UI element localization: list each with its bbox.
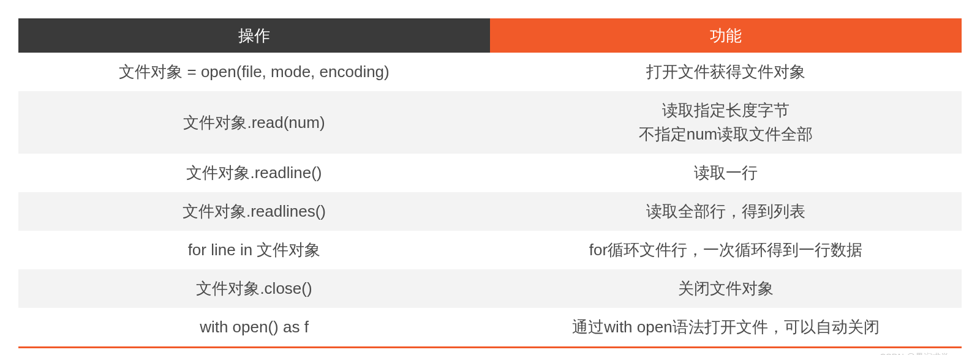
table-header-row: 操作 功能 xyxy=(18,18,962,53)
cell-operation: with open() as f xyxy=(18,308,490,348)
table-row: with open() as f 通过with open语法打开文件，可以自动关… xyxy=(18,308,962,348)
cell-function: 读取指定长度字节不指定num读取文件全部 xyxy=(490,91,962,154)
table-row: 文件对象.readline() 读取一行 xyxy=(18,154,962,192)
cell-operation: 文件对象.close() xyxy=(18,269,490,308)
watermark-text: CSDN @愚润求学 xyxy=(18,348,962,355)
cell-function: for循环文件行，一次循环得到一行数据 xyxy=(490,231,962,269)
table-row: for line in 文件对象 for循环文件行，一次循环得到一行数据 xyxy=(18,231,962,269)
table-row: 文件对象.close() 关闭文件对象 xyxy=(18,269,962,308)
cell-operation: 文件对象.read(num) xyxy=(18,91,490,154)
cell-operation: 文件对象 = open(file, mode, encoding) xyxy=(18,53,490,91)
cell-operation: 文件对象.readlines() xyxy=(18,192,490,231)
cell-function: 通过with open语法打开文件，可以自动关闭 xyxy=(490,308,962,348)
header-operation: 操作 xyxy=(18,18,490,53)
cell-function: 打开文件获得文件对象 xyxy=(490,53,962,91)
file-operations-table: 操作 功能 文件对象 = open(file, mode, encoding) … xyxy=(18,18,962,348)
table-row: 文件对象.read(num) 读取指定长度字节不指定num读取文件全部 xyxy=(18,91,962,154)
cell-function: 读取一行 xyxy=(490,154,962,192)
table-row: 文件对象.readlines() 读取全部行，得到列表 xyxy=(18,192,962,231)
header-function: 功能 xyxy=(490,18,962,53)
cell-operation: for line in 文件对象 xyxy=(18,231,490,269)
cell-function: 关闭文件对象 xyxy=(490,269,962,308)
cell-function: 读取全部行，得到列表 xyxy=(490,192,962,231)
table-row: 文件对象 = open(file, mode, encoding) 打开文件获得… xyxy=(18,53,962,91)
cell-operation: 文件对象.readline() xyxy=(18,154,490,192)
